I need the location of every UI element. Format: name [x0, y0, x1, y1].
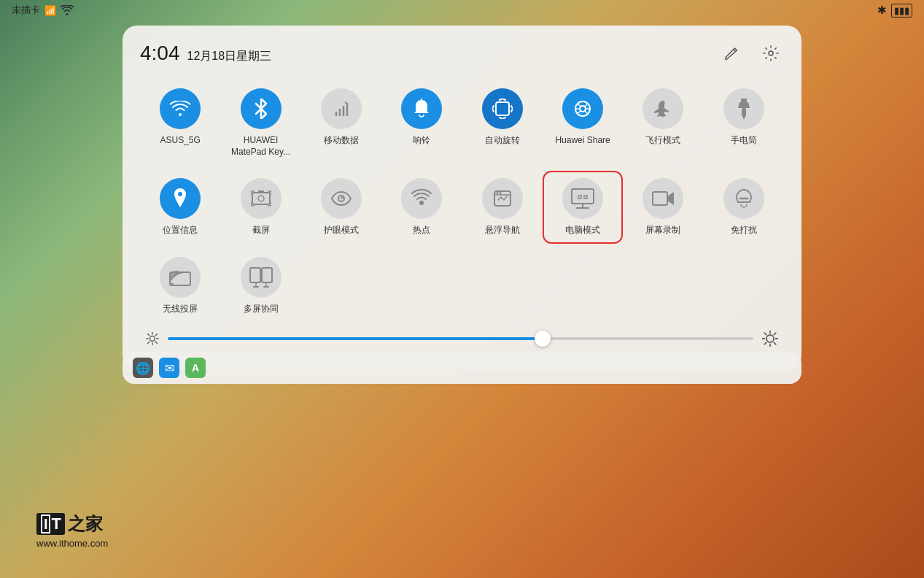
svg-rect-25 [250, 268, 260, 282]
toggle-location[interactable]: 位置信息 [140, 171, 220, 244]
status-right: ✱ ▮▮▮ [877, 4, 912, 18]
brightness-row [140, 331, 784, 347]
brightness-high-icon [762, 331, 778, 347]
signal-icon: 📶 [44, 5, 56, 16]
svg-rect-26 [262, 268, 272, 282]
pc-mode-label: 电脑模式 [565, 225, 600, 236]
svg-line-38 [148, 342, 150, 344]
panel-header: 4:04 12月18日星期三 [140, 40, 784, 66]
edit-button[interactable] [718, 40, 745, 66]
toggle-screen-record[interactable]: 屏幕录制 [623, 171, 703, 244]
bluetooth-circle [241, 88, 282, 129]
header-icons [718, 40, 784, 66]
toggles-row-1: ASUS_5G HUAWEIMatePad Key... 移动数据 [140, 81, 784, 165]
status-left: 未插卡 📶 [12, 4, 74, 17]
huawei-share-label: Huawei Share [555, 135, 610, 147]
eye-care-label: 护眼模式 [324, 225, 359, 236]
svg-point-24 [171, 282, 174, 285]
date-display: 12月18日星期三 [187, 49, 272, 64]
brightness-thumb[interactable] [535, 331, 551, 347]
svg-point-10 [258, 196, 264, 201]
svg-line-46 [774, 343, 776, 345]
message-icon[interactable]: ✉ [159, 358, 179, 378]
watermark: IT 之家 www.ithome.com [36, 512, 108, 549]
airplane-circle [642, 88, 683, 129]
floating-nav-label: 悬浮导航 [485, 225, 520, 236]
svg-point-31 [150, 336, 155, 342]
keyboard-icon[interactable]: A [185, 358, 206, 378]
toggle-wifi[interactable]: ASUS_5G [140, 81, 220, 165]
location-label: 位置信息 [163, 225, 198, 236]
wireless-cast-label: 无线投屏 [163, 304, 198, 315]
svg-point-8 [178, 192, 182, 196]
svg-line-37 [155, 342, 157, 344]
hotspot-circle [401, 178, 442, 219]
brightness-low-icon [146, 332, 159, 345]
flashlight-label: 手电筒 [731, 135, 757, 147]
multi-screen-circle [241, 257, 282, 298]
watermark-zhijia-text: 之家 [68, 512, 103, 536]
toggle-wireless-cast[interactable]: 无线投屏 [140, 250, 220, 323]
toggles-row-3: 无线投屏 多屏协同 [140, 250, 784, 323]
auto-rotate-circle [482, 88, 523, 129]
battery-icon: ▮▮▮ [891, 4, 912, 18]
toggle-multi-screen[interactable]: 多屏协同 [220, 250, 300, 323]
svg-point-14 [419, 201, 424, 205]
svg-line-39 [155, 334, 157, 336]
globe-icon[interactable]: 🌐 [133, 358, 153, 378]
toggle-mobile-data[interactable]: 移动数据 [301, 81, 381, 165]
dnd-label: 免打扰 [731, 225, 757, 236]
bell-circle [401, 88, 442, 129]
svg-point-17 [499, 192, 501, 194]
svg-line-36 [148, 334, 150, 336]
toggles-row-2: 位置信息 截屏 [140, 171, 784, 244]
toggle-floating-nav[interactable]: 悬浮导航 [462, 171, 543, 244]
toggle-eye-care[interactable]: 护眼模式 [301, 171, 381, 244]
huawei-share-circle [562, 88, 603, 129]
toggle-pc-mode[interactable]: 电脑模式 [543, 171, 623, 244]
wifi-label: ASUS_5G [160, 135, 201, 147]
floating-nav-circle [482, 178, 523, 219]
time-date: 4:04 12月18日星期三 [140, 42, 271, 65]
svg-line-47 [764, 343, 766, 345]
auto-rotate-label: 自动旋转 [485, 135, 520, 147]
svg-rect-11 [258, 190, 264, 193]
multi-screen-label: 多屏协同 [244, 304, 279, 315]
watermark-logo: IT 之家 [36, 512, 108, 536]
toggle-bell[interactable]: 响铃 [381, 81, 462, 165]
screen-record-circle [642, 178, 683, 219]
svg-rect-18 [572, 189, 594, 204]
wifi-circle [160, 88, 201, 129]
mobile-data-circle [321, 88, 362, 129]
dnd-circle [723, 178, 764, 219]
svg-point-16 [496, 192, 498, 194]
location-circle [160, 178, 201, 219]
svg-point-40 [766, 335, 774, 342]
toggle-dnd[interactable]: 免打扰 [704, 171, 784, 244]
toggle-hotspot[interactable]: 热点 [381, 171, 462, 244]
flashlight-circle [723, 88, 764, 129]
svg-rect-2 [496, 102, 509, 115]
toggle-auto-rotate[interactable]: 自动旋转 [462, 81, 543, 165]
mobile-data-label: 移动数据 [324, 135, 359, 147]
toggle-airplane[interactable]: 飞行模式 [623, 81, 703, 165]
toggle-screenshot[interactable]: 截屏 [220, 171, 300, 244]
svg-point-13 [341, 197, 343, 199]
toggle-huawei-share[interactable]: Huawei Share [543, 81, 623, 165]
svg-rect-5 [741, 99, 747, 102]
wireless-cast-circle [160, 257, 201, 298]
toggle-bluetooth[interactable]: HUAWEIMatePad Key... [220, 81, 300, 165]
hotspot-label: 热点 [413, 225, 430, 236]
pc-mode-circle [562, 178, 603, 219]
eye-care-circle [321, 178, 362, 219]
screen-record-label: 屏幕录制 [645, 225, 680, 236]
svg-rect-21 [653, 192, 667, 205]
svg-rect-9 [252, 193, 270, 204]
toggle-flashlight[interactable]: 手电筒 [704, 81, 784, 165]
airplane-label: 飞行模式 [645, 135, 680, 147]
svg-line-45 [764, 334, 766, 336]
control-panel: 4:04 12月18日星期三 [123, 26, 801, 370]
settings-button[interactable] [758, 40, 784, 66]
screenshot-label: 截屏 [252, 225, 270, 236]
brightness-slider[interactable] [168, 337, 753, 340]
